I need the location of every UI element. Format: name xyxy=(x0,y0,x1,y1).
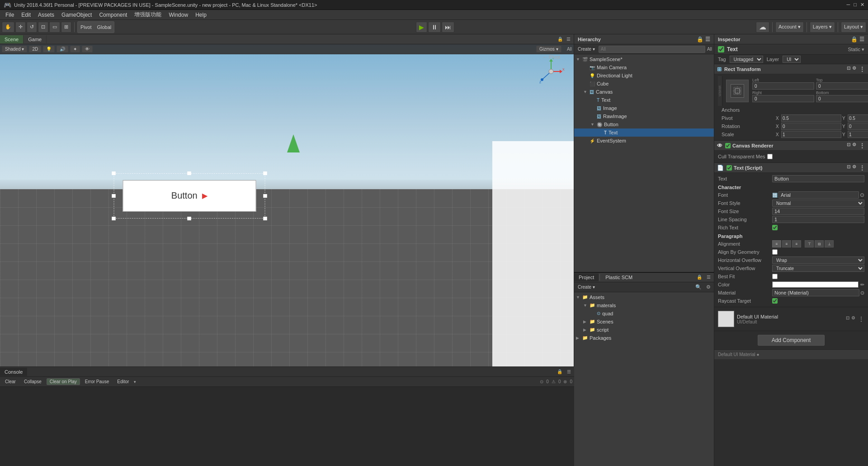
global-btn[interactable]: Global xyxy=(94,22,114,33)
error-pause-btn[interactable]: Error Pause xyxy=(82,378,112,385)
project-item-packages[interactable]: ▶ 📁 Packages xyxy=(574,334,714,342)
layers-btn[interactable]: Layers ▾ xyxy=(810,22,835,33)
ts-paste-icon[interactable]: ⚙ xyxy=(852,164,856,171)
tab-scene[interactable]: Scene xyxy=(0,35,24,43)
menu-file[interactable]: File xyxy=(2,11,18,19)
font-style-select[interactable]: Normal xyxy=(772,200,864,207)
transform-tool-btn[interactable]: ⊞ xyxy=(61,22,71,33)
text-script-checkbox[interactable] xyxy=(726,165,732,171)
add-component-btn[interactable]: Add Component xyxy=(758,335,825,346)
tree-item-cube[interactable]: ⬛ Cube xyxy=(574,80,714,88)
font-value[interactable] xyxy=(778,191,859,199)
hidden-meshes-btn[interactable]: 👁 xyxy=(82,46,93,52)
cr-menu-icon[interactable]: ⋮ xyxy=(859,142,865,149)
tab-game[interactable]: Game xyxy=(24,35,47,43)
anchor-btn[interactable] xyxy=(726,80,749,102)
gizmos-dropdown[interactable]: Gizmos ▾ xyxy=(536,46,561,52)
raycast-checkbox[interactable] xyxy=(772,298,778,304)
maximize-btn[interactable]: □ xyxy=(854,2,857,8)
layout-btn[interactable]: Layout ▾ xyxy=(841,22,866,33)
menu-component[interactable]: Component xyxy=(95,11,131,19)
clear-btn[interactable]: Clear xyxy=(2,378,19,385)
cull-mesh-checkbox[interactable] xyxy=(767,154,773,159)
mat-menu-icon[interactable]: ⋮ xyxy=(858,315,864,323)
inspector-menu-icon[interactable]: ☰ xyxy=(859,36,864,43)
cr-paste-icon[interactable]: ⚙ xyxy=(852,142,856,149)
font-pick-icon[interactable]: ⊙ xyxy=(860,192,864,198)
handle-mr[interactable] xyxy=(263,194,267,198)
rich-text-checkbox[interactable] xyxy=(772,225,778,230)
hand-tool-btn[interactable]: ✋ xyxy=(2,22,14,33)
mat-paste-icon[interactable]: ⚙ xyxy=(851,315,855,323)
project-create-btn[interactable]: Create ▾ xyxy=(576,284,597,290)
step-btn[interactable]: ⏭ xyxy=(442,22,454,33)
editor-btn[interactable]: Editor xyxy=(114,378,132,385)
hierarchy-search[interactable] xyxy=(599,46,705,53)
project-item-script[interactable]: ▶ 📁 script xyxy=(574,326,714,334)
rect-transform-header[interactable]: ⊞ Rect Transform ⊡ ⚙ ⋮ xyxy=(714,64,868,74)
tree-item-eventsystem[interactable]: ⚡ EventSystem xyxy=(574,137,714,145)
tree-item-image[interactable]: 🖼 Image xyxy=(574,104,714,112)
handle-tr[interactable] xyxy=(263,171,267,175)
inspector-lock-icon[interactable]: 🔒 xyxy=(851,36,858,43)
text-script-header[interactable]: 📄 Text (Script) ⊡ ⚙ ⋮ xyxy=(714,163,868,173)
align-center-btn[interactable]: ≡ xyxy=(782,240,791,247)
rotate-tool-btn[interactable]: ↺ xyxy=(27,22,37,33)
project-item-quad[interactable]: ⊙ quad xyxy=(574,309,714,318)
align-bottom-btn[interactable]: ⊥ xyxy=(825,240,834,247)
left-val[interactable] xyxy=(752,82,814,90)
project-search-icon[interactable]: 🔍 xyxy=(694,284,703,290)
pivot-x-val[interactable] xyxy=(781,114,841,122)
tab-plastic[interactable]: Plastic SCM xyxy=(601,273,637,281)
rt-copy-icon[interactable]: ⊡ xyxy=(847,66,850,73)
canvas-renderer-checkbox[interactable] xyxy=(725,143,731,148)
console-menu-icon[interactable]: ☰ xyxy=(565,368,572,376)
pivot-y-val[interactable] xyxy=(848,114,868,122)
scale-y-val[interactable] xyxy=(848,131,868,138)
stretch-handle[interactable]: stretch xyxy=(718,76,722,106)
menu-assets[interactable]: Assets xyxy=(34,11,58,19)
vert-overflow-select[interactable]: Truncate Overflow xyxy=(772,265,864,272)
rt-menu-icon[interactable]: ⋮ xyxy=(859,66,865,73)
mat-copy-icon[interactable]: ⊡ xyxy=(846,315,849,323)
tree-item-button[interactable]: ▼ 🔘 Button xyxy=(574,120,714,128)
top-val[interactable] xyxy=(816,82,868,90)
rot-y-val[interactable] xyxy=(848,123,868,130)
minimize-btn[interactable]: ─ xyxy=(847,2,850,8)
project-item-assets[interactable]: ▼ 📁 Assets xyxy=(574,293,714,301)
right-val[interactable] xyxy=(752,95,814,102)
tree-item-samplescene[interactable]: ▼ 🎬 SampleScene* xyxy=(574,55,714,63)
align-top-btn[interactable]: ⊤ xyxy=(805,240,814,247)
horiz-overflow-select[interactable]: Wrap Overflow xyxy=(772,257,864,264)
color-picker[interactable] xyxy=(772,281,859,288)
ts-copy-icon[interactable]: ⊡ xyxy=(847,164,850,171)
handle-tl[interactable] xyxy=(112,171,115,175)
project-settings-icon[interactable]: ⚙ xyxy=(705,284,712,290)
tag-select[interactable]: Untagged xyxy=(730,56,763,63)
align-right-btn[interactable]: ≡ xyxy=(792,240,801,247)
cloud-btn[interactable]: ☁ xyxy=(756,22,769,33)
hierarchy-create-btn[interactable]: Create ▾ xyxy=(576,46,597,52)
hierarchy-lock-icon[interactable]: 🔒 xyxy=(697,36,703,43)
material-pick-icon[interactable]: ⊙ xyxy=(860,290,864,296)
lights-btn[interactable]: 💡 xyxy=(43,46,55,52)
menu-help[interactable]: Help xyxy=(192,11,210,19)
rt-paste-icon[interactable]: ⚙ xyxy=(852,66,856,73)
collapse-btn[interactable]: Collapse xyxy=(21,378,45,385)
line-spacing-value[interactable] xyxy=(772,216,864,223)
scene-viewport[interactable]: Shaded ▾ 2D 💡 🔊 ✦ 👁 Gizmos ▾ All xyxy=(0,44,574,366)
move-tool-btn[interactable]: ✛ xyxy=(15,22,26,33)
tree-item-rawimage[interactable]: 🖼 RawImage xyxy=(574,112,714,120)
handle-ml[interactable] xyxy=(112,194,115,198)
project-item-materals[interactable]: ▼ 📁 materals xyxy=(574,301,714,309)
ts-menu-icon[interactable]: ⋮ xyxy=(859,164,865,171)
handle-tm[interactable] xyxy=(188,171,191,175)
handle-br[interactable] xyxy=(263,217,267,220)
vfx-btn[interactable]: ✦ xyxy=(70,46,80,52)
tree-item-maincamera[interactable]: 📷 Main Camera xyxy=(574,63,714,71)
cr-copy-icon[interactable]: ⊡ xyxy=(847,142,850,149)
audio-btn[interactable]: 🔊 xyxy=(57,46,68,52)
handle-bm[interactable] xyxy=(188,217,191,220)
menu-edit[interactable]: Edit xyxy=(18,11,34,19)
scale-x-val[interactable] xyxy=(781,131,841,138)
